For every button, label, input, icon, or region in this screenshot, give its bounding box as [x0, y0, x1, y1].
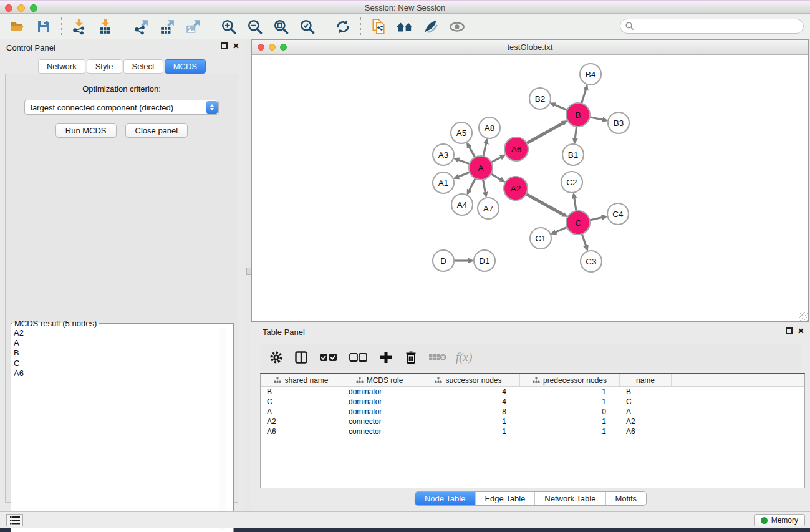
tab-edge-table[interactable]: Edge Table — [475, 492, 535, 505]
graph-edge-B-B3[interactable] — [590, 117, 603, 120]
hide-annotations-icon[interactable] — [422, 18, 440, 36]
column-header-successor-nodes[interactable]: successor nodes — [417, 374, 520, 386]
graph-node-A5[interactable]: A5 — [451, 122, 472, 143]
table-row[interactable]: A6connector 11 A6 — [261, 427, 804, 437]
graph-node-A7[interactable]: A7 — [478, 198, 499, 219]
graph-node-A6[interactable]: A6 — [504, 137, 528, 161]
export-network-icon[interactable] — [132, 18, 150, 36]
graph-edge-A-A3[interactable] — [459, 160, 470, 164]
graph-node-C[interactable]: C — [566, 211, 590, 235]
graph-node-A2[interactable]: A2 — [504, 177, 528, 200]
network-canvas[interactable]: B4B2BB3A5A8A6A3B1AC2A1A2A4A7C4CC1DD1C3 — [252, 55, 808, 321]
zoom-out-icon[interactable] — [246, 18, 264, 36]
tab-network[interactable]: Network — [38, 59, 85, 74]
window-resize-grip[interactable] — [799, 312, 808, 321]
import-table-icon[interactable] — [97, 18, 114, 36]
tab-style[interactable]: Style — [87, 59, 122, 74]
show-annotations-icon[interactable] — [448, 18, 466, 36]
refresh-layout-icon[interactable] — [334, 18, 352, 36]
memory-button[interactable]: Memory — [754, 514, 805, 526]
search-input[interactable] — [620, 19, 804, 34]
graph-edge-C-C2[interactable] — [574, 198, 576, 211]
zoom-in-icon[interactable] — [220, 18, 238, 36]
graph-edge-C-C1[interactable] — [556, 227, 567, 232]
graph-edge-A-A5[interactable] — [470, 147, 475, 158]
export-table-icon[interactable] — [158, 18, 176, 36]
graph-node-C4[interactable]: C4 — [607, 203, 629, 225]
graph-edge-B-B2[interactable] — [555, 105, 567, 110]
graph-node-B1[interactable]: B1 — [562, 144, 584, 165]
criterion-select[interactable]: largest connected component (directed) — [24, 100, 219, 115]
node-table[interactable]: shared name MCDS role successor nodes pr… — [260, 373, 805, 488]
close-table-panel-icon[interactable]: × — [798, 327, 804, 334]
zoom-selected-icon[interactable] — [299, 18, 316, 36]
graph-node-D1[interactable]: D1 — [474, 250, 495, 271]
graph-node-A1[interactable]: A1 — [433, 172, 454, 193]
tab-mcds[interactable]: MCDS — [165, 59, 206, 74]
graph-edge-B-B1[interactable] — [575, 127, 576, 138]
delete-column-icon[interactable] — [402, 349, 420, 366]
graph-node-B2[interactable]: B2 — [529, 88, 551, 109]
table-row[interactable]: Adominator 80 A — [261, 407, 804, 417]
add-column-icon[interactable] — [377, 349, 395, 366]
graph-edge-B-B4[interactable] — [582, 90, 586, 104]
table-row[interactable]: Cdominator 41 C — [261, 397, 804, 407]
function-builder-icon[interactable]: f(x) — [456, 351, 472, 364]
new-session-from-network-icon[interactable] — [370, 18, 387, 36]
table-row[interactable]: Bdominator 41 B — [261, 387, 804, 397]
open-session-icon[interactable] — [9, 18, 26, 36]
list-item[interactable]: C — [11, 359, 233, 369]
close-panel-button[interactable]: Close panel — [125, 123, 188, 138]
graph-node-B[interactable]: B — [566, 103, 590, 127]
graph-node-A[interactable]: A — [469, 156, 493, 180]
graph-edge-A-A2[interactable] — [491, 174, 501, 180]
graph-node-B4[interactable]: B4 — [580, 64, 601, 85]
delete-table-icon[interactable] — [427, 349, 448, 366]
task-history-button[interactable] — [6, 514, 23, 526]
result-scrollbar[interactable] — [219, 328, 226, 530]
graph-node-C3[interactable]: C3 — [581, 251, 602, 272]
column-header-name[interactable]: name — [620, 374, 672, 386]
graph-edge-A-A7[interactable] — [483, 180, 485, 193]
tab-node-table[interactable]: Node Table — [415, 492, 476, 505]
graph-edge-A2-C[interactable] — [526, 194, 563, 214]
network-window-titlebar[interactable]: testGlobe.txt — [252, 40, 808, 55]
graph-edge-A-A8[interactable] — [483, 143, 486, 156]
close-panel-icon[interactable]: × — [233, 42, 239, 49]
home-icon[interactable] — [396, 18, 413, 36]
run-mcds-button[interactable]: Run MCDS — [55, 123, 117, 138]
graph-edge-A-A4[interactable] — [470, 178, 476, 190]
list-item[interactable]: A6 — [11, 369, 233, 379]
graph-node-C2[interactable]: C2 — [561, 172, 582, 193]
save-session-icon[interactable] — [35, 18, 52, 36]
tab-motifs[interactable]: Motifs — [605, 492, 646, 505]
tab-select[interactable]: Select — [123, 59, 163, 74]
graph-node-A3[interactable]: A3 — [433, 144, 454, 165]
graph-node-A8[interactable]: A8 — [479, 117, 500, 138]
graph-edge-C-C3[interactable] — [582, 234, 586, 246]
tab-network-table[interactable]: Network Table — [535, 492, 605, 505]
graph-edge-A-A1[interactable] — [458, 172, 470, 177]
graph-edge-A-A6[interactable] — [491, 157, 501, 162]
deselect-all-icon[interactable] — [347, 349, 370, 366]
network-graph[interactable]: B4B2BB3A5A8A6A3B1AC2A1A2A4A7C4CC1DD1C3 — [252, 55, 808, 321]
graph-node-D[interactable]: D — [433, 250, 454, 271]
float-table-panel-icon[interactable] — [786, 327, 793, 334]
graph-node-A4[interactable]: A4 — [451, 194, 473, 215]
settings-gear-icon[interactable] — [268, 349, 285, 366]
graph-node-C1[interactable]: C1 — [530, 228, 551, 249]
mcds-result-list[interactable]: A2 A B C A6 — [11, 328, 233, 530]
list-item[interactable]: B — [11, 348, 233, 358]
graph-node-B3[interactable]: B3 — [608, 112, 629, 133]
column-header-mcds-role[interactable]: MCDS role — [342, 374, 417, 386]
graph-edge-C-C4[interactable] — [590, 218, 602, 220]
graph-edge-A6-B[interactable] — [527, 123, 563, 143]
table-row[interactable]: A2connector 11 A2 — [261, 417, 804, 427]
import-network-icon[interactable] — [70, 18, 88, 36]
zoom-fit-icon[interactable] — [272, 18, 290, 36]
vertical-split-grip[interactable] — [246, 268, 251, 275]
column-header-shared-name[interactable]: shared name — [261, 374, 342, 386]
list-item[interactable]: A — [11, 338, 233, 348]
column-header-predecessor-nodes[interactable]: predecessor nodes — [520, 374, 620, 386]
list-item[interactable]: A2 — [11, 328, 233, 338]
